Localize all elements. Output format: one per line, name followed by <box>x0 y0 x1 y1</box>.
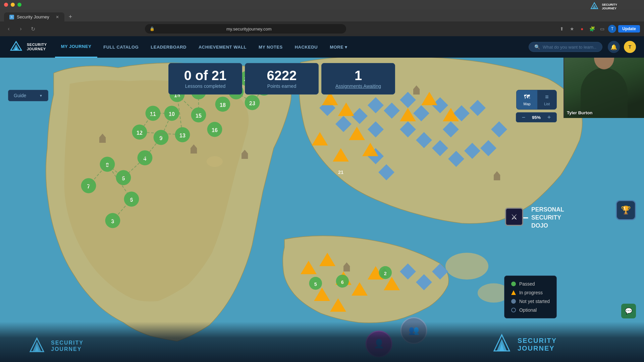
os-bar <box>0 0 644 9</box>
legend-not-started: Not yet started <box>511 299 550 304</box>
search-input[interactable] <box>543 45 596 50</box>
in-progress-indicator <box>511 290 516 295</box>
tab-title: Security Journey <box>17 14 49 19</box>
forward-button[interactable]: › <box>16 24 25 34</box>
assignments-label: Assignments Awaiting <box>335 83 381 89</box>
svg-text:11: 11 <box>150 111 156 117</box>
nav-full-catalog[interactable]: FULL CATALOG <box>97 36 145 58</box>
legend-in-progress: In progress <box>511 290 550 295</box>
nav-more[interactable]: MORE ▾ <box>324 36 354 58</box>
guide-dropdown: Guide ▼ <box>8 90 48 101</box>
map-view-button[interactable]: 🗺 Map <box>517 90 537 109</box>
svg-rect-94 <box>191 148 197 154</box>
top-navigation: SECURITYJOURNEY MY JOURNEY FULL CATALOG … <box>0 36 644 58</box>
svg-text:DOJO: DOJO <box>531 222 548 229</box>
browser-logo-text: SECURITYJOURNEY <box>602 3 617 10</box>
achievement-icon[interactable]: 🏆 <box>616 200 636 220</box>
in-progress-label: In progress <box>519 290 543 295</box>
back-button[interactable]: ‹ <box>4 24 13 34</box>
assignments-stat-card: 1 Assignments Awaiting <box>321 63 395 95</box>
svg-rect-96 <box>241 154 248 159</box>
url-bar[interactable]: 🔒 my.securityjourney.com <box>145 24 346 34</box>
webcam-video <box>564 58 644 118</box>
nav-leaderboard[interactable]: LEADERBOARD <box>145 36 193 58</box>
tab-close-button[interactable]: ✕ <box>56 15 59 19</box>
sidebar-icon[interactable]: ▭ <box>598 25 606 33</box>
svg-rect-102 <box>343 266 350 272</box>
puzzle-icon[interactable]: 🧩 <box>588 25 596 33</box>
points-number: 6222 <box>259 69 305 82</box>
bottom-right-logo-text: SECURITY JOURNEY <box>518 337 557 352</box>
zoom-in-button[interactable]: + <box>546 114 552 121</box>
guide-button[interactable]: Guide ▼ <box>8 90 48 101</box>
optional-indicator <box>511 308 516 312</box>
passed-label: Passed <box>519 281 535 287</box>
nav-achievement-wall[interactable]: ACHIEVEMENT WALL <box>193 36 253 58</box>
user-avatar[interactable]: T <box>624 41 636 53</box>
svg-text:2: 2 <box>384 271 387 276</box>
os-maximize-dot[interactable] <box>17 3 21 7</box>
svg-text:21: 21 <box>338 170 343 175</box>
os-minimize-dot[interactable] <box>11 3 15 7</box>
reload-button[interactable]: ↻ <box>28 24 38 34</box>
svg-text:16: 16 <box>212 127 218 133</box>
svg-point-8 <box>207 156 223 167</box>
assignments-number: 1 <box>335 69 381 82</box>
tab-bar: S Security Journey ✕ + <box>0 9 644 21</box>
logo-text: SECURITYJOURNEY <box>27 43 47 51</box>
svg-text:⚔: ⚔ <box>511 213 518 221</box>
guide-label: Guide <box>14 93 26 98</box>
notifications-button[interactable]: 🔔 <box>608 41 620 53</box>
stats-bar: 0 of 21 Lessons completed 6222 Points ea… <box>0 58 564 100</box>
passed-indicator <box>511 282 516 286</box>
extension-icon[interactable]: ● <box>578 25 586 33</box>
webcam-overlay: Tyler Burton <box>564 58 644 118</box>
svg-text:18: 18 <box>220 102 226 108</box>
map-icon: 🗺 <box>524 94 530 101</box>
os-close-dot[interactable] <box>4 3 8 7</box>
nav-hackedu[interactable]: HACKEDU <box>289 36 324 58</box>
search-bar[interactable]: 🔍 <box>529 42 602 52</box>
address-bar: ‹ › ↻ 🔒 my.securityjourney.com ⬆ ★ ● 🧩 ▭… <box>0 21 644 36</box>
chevron-down-icon: ▼ <box>39 94 43 98</box>
bottom-right-logo: SECURITY JOURNEY <box>490 334 557 355</box>
person-head <box>594 58 614 69</box>
browser-tab[interactable]: S Security Journey ✕ <box>4 12 64 21</box>
legend-passed: Passed <box>511 281 550 287</box>
nav-links: MY JOURNEY FULL CATALOG LEADERBOARD ACHI… <box>55 36 529 58</box>
browser-actions: ⬆ ★ ● 🧩 ▭ T Update <box>558 25 640 33</box>
zoom-out-button[interactable]: − <box>520 114 527 121</box>
legend-optional: Optional <box>511 307 550 313</box>
map-legend: Passed In progress Not yet started Optio… <box>504 276 557 318</box>
share-icon[interactable]: ⬆ <box>558 25 566 33</box>
not-started-indicator <box>511 299 516 304</box>
new-tab-button[interactable]: + <box>66 12 75 21</box>
view-toggle: 🗺 Map ≡ List <box>516 90 557 110</box>
svg-text:12: 12 <box>137 130 143 136</box>
url-text: my.securityjourney.com <box>157 26 341 32</box>
bottom-left-logo: SECURITY JOURNEY <box>27 337 84 355</box>
nav-my-journey[interactable]: MY JOURNEY <box>55 36 98 58</box>
browser-chrome: S Security Journey ✕ + ‹ › ↻ 🔒 my.securi… <box>0 9 644 36</box>
points-stat-card: 6222 Points earned <box>245 63 319 95</box>
svg-text:5: 5 <box>314 282 317 287</box>
lessons-label: Lessons completed <box>182 83 228 89</box>
svg-text:15: 15 <box>196 113 202 119</box>
update-button[interactable]: Update <box>618 25 640 33</box>
assignments-link[interactable]: Assignments Awaiting <box>335 83 381 89</box>
tab-favicon: S <box>9 15 14 19</box>
app-logo: SECURITYJOURNEY <box>8 41 47 53</box>
chat-button[interactable]: 💬 <box>621 304 636 318</box>
svg-text:23: 23 <box>249 101 255 106</box>
svg-rect-100 <box>494 175 500 180</box>
app-container: SECURITYJOURNEY MY JOURNEY FULL CATALOG … <box>0 36 644 362</box>
not-started-label: Not yet started <box>519 299 550 304</box>
profile-icon[interactable]: T <box>608 25 616 33</box>
nav-my-notes[interactable]: MY NOTES <box>253 36 289 58</box>
list-view-button[interactable]: ≡ List <box>537 90 556 109</box>
list-icon: ≡ <box>545 94 549 101</box>
zoom-controls: − 95% + <box>516 112 557 122</box>
bookmark-icon[interactable]: ★ <box>568 25 576 33</box>
list-view-label: List <box>544 102 550 106</box>
webcam-name: Tyler Burton <box>567 110 592 115</box>
